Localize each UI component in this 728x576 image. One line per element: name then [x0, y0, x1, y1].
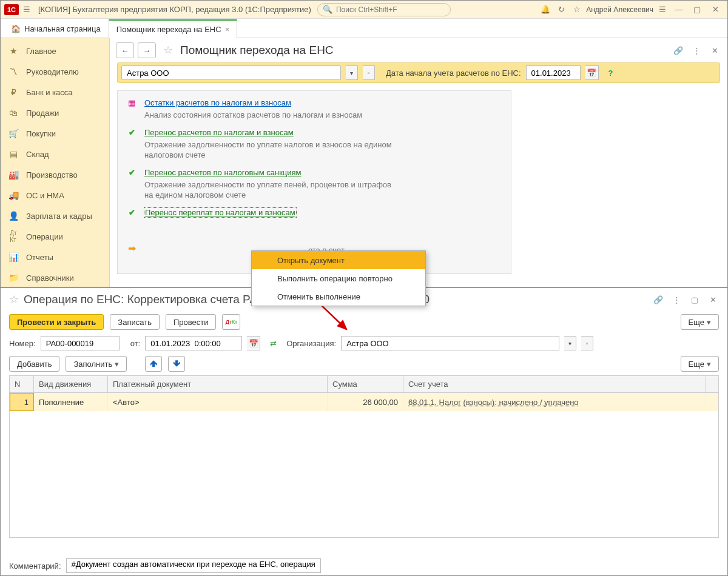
doc-org-dropdown[interactable]: ▾	[564, 336, 576, 350]
col-spacer	[706, 376, 718, 392]
table-row[interactable]: 1 Пополнение <Авто> 26 000,00 68.01.1, Н…	[10, 393, 718, 411]
person-icon: 👤	[8, 211, 19, 221]
ctx-redo[interactable]: Выполнить операцию повторно	[252, 269, 425, 287]
sidebar-item-bank[interactable]: ₽Банк и касса	[1, 82, 109, 102]
link-icon[interactable]: 🔗	[672, 44, 685, 57]
link-icon[interactable]: 🔗	[652, 293, 664, 306]
report-icon: 📊	[8, 252, 19, 262]
user-name[interactable]: Андрей Алексеевич	[586, 5, 653, 14]
menu-icon[interactable]: ☰	[19, 2, 35, 18]
doc-org-input[interactable]	[345, 338, 555, 349]
org-open-button[interactable]: ▫	[363, 65, 375, 80]
minimize-button[interactable]: —	[670, 1, 687, 18]
more-button[interactable]: Еще	[681, 314, 719, 330]
page-close-icon[interactable]: ✕	[708, 44, 721, 57]
sidebar-item-sales[interactable]: 🛍Продажи	[1, 102, 109, 123]
sidebar-item-purchases[interactable]: 🛒Покупки	[1, 123, 109, 144]
org-dropdown-button[interactable]: ▾	[346, 65, 358, 80]
add-button[interactable]: Добавить	[9, 356, 59, 372]
nav-forward-button[interactable]: →	[138, 42, 156, 58]
step-link[interactable]: Перенос расчетов по налоговым санкциям	[144, 168, 302, 177]
sidebar-label: ОС и НМА	[26, 191, 64, 200]
from-input[interactable]	[149, 338, 238, 349]
write-button[interactable]: Записать	[110, 314, 160, 330]
tab-close-icon[interactable]: ×	[225, 25, 230, 34]
step-link[interactable]: Остатки расчетов по налогам и взносам	[144, 98, 291, 107]
sidebar-item-catalogs[interactable]: 📁Справочники	[1, 267, 109, 288]
ctx-open-doc[interactable]: Открыть документ	[252, 251, 425, 269]
sidebar-item-main[interactable]: ★Главное	[1, 41, 109, 61]
global-search[interactable]: 🔍	[317, 3, 451, 16]
star-icon[interactable]: ☆	[569, 2, 585, 18]
nav-back-button[interactable]: ←	[116, 42, 134, 58]
col-kind[interactable]: Вид движения	[34, 376, 108, 392]
ctx-cancel[interactable]: Отменить выполнение	[252, 287, 425, 306]
doc-org-open[interactable]: ▫	[581, 336, 593, 350]
step-link[interactable]: Перенос расчетов по налогам и взносам	[144, 128, 294, 137]
calendar-button[interactable]: 📅	[247, 336, 260, 350]
step-link[interactable]: Перенос переплат по налогам и взносам	[144, 208, 296, 217]
sidebar-item-warehouse[interactable]: ▤Склад	[1, 144, 109, 164]
sidebar-item-reports[interactable]: 📊Отчеты	[1, 247, 109, 267]
filter-bar: ▾ ▫ Дата начала учета расчетов по ЕНС: 📅…	[117, 62, 720, 83]
cell-pay[interactable]: <Авто>	[108, 393, 328, 411]
check-icon: ✔	[126, 128, 137, 137]
bell-icon[interactable]: 🔔	[538, 2, 553, 18]
date-label: Дата начала учета расчетов по ЕНС:	[386, 69, 521, 78]
doc-close-icon[interactable]: ✕	[707, 293, 719, 306]
col-n[interactable]: N	[10, 376, 34, 392]
sidebar-label: Справочники	[26, 273, 74, 283]
cell-acct[interactable]: 68.01.1, Налог (взносы): начислено / упл…	[403, 393, 706, 411]
sidebar-label: Отчеты	[26, 253, 53, 262]
sidebar-item-production[interactable]: 🏭Производство	[1, 164, 109, 185]
sidebar-item-payroll[interactable]: 👤Зарплата и кадры	[1, 206, 109, 226]
post-button[interactable]: Провести	[166, 314, 217, 330]
settings-icon[interactable]: ☰	[655, 2, 670, 18]
col-pay[interactable]: Платежный документ	[108, 376, 328, 392]
sidebar-item-operations[interactable]: ДтКтОперации	[1, 226, 109, 247]
help-icon[interactable]: ?	[608, 69, 613, 78]
sidebar-item-manager[interactable]: 〽Руководителю	[1, 61, 109, 82]
context-menu: Открыть документ Выполнить операцию повт…	[251, 250, 426, 306]
kebab-icon[interactable]: ⋮	[690, 44, 703, 57]
dtkt-button[interactable]: ДтКт	[222, 314, 240, 330]
post-and-close-button[interactable]: Провести и закрыть	[9, 314, 104, 330]
maximize-button[interactable]: ▢	[689, 1, 706, 18]
org-field[interactable]	[121, 65, 341, 80]
sidebar-item-assets[interactable]: 🚚ОС и НМА	[1, 185, 109, 206]
calendar-button[interactable]: 📅	[585, 65, 599, 80]
num-input[interactable]	[45, 338, 115, 349]
row-up-button[interactable]: 🡹	[145, 356, 162, 372]
tab-home-label: Начальная страница	[24, 24, 101, 33]
from-field[interactable]	[145, 336, 242, 350]
history-icon[interactable]: ↻	[553, 2, 569, 18]
favorite-icon[interactable]: ☆	[9, 293, 19, 306]
fill-button[interactable]: Заполнить	[66, 356, 127, 372]
doc-org-field[interactable]	[341, 336, 559, 350]
favorite-icon[interactable]: ☆	[163, 44, 173, 57]
col-sum[interactable]: Сумма	[328, 376, 403, 392]
doc-maximize-icon[interactable]: ▢	[689, 293, 701, 306]
link-doc-icon[interactable]: ⇄	[270, 339, 277, 348]
row-down-button[interactable]: 🡻	[168, 356, 185, 372]
cell-sum[interactable]: 26 000,00	[328, 393, 403, 411]
check-icon: ✔	[126, 168, 137, 177]
close-button[interactable]: ✕	[707, 1, 724, 18]
cell-n[interactable]: 1	[10, 393, 34, 411]
tab-home[interactable]: 🏠 Начальная страница	[3, 19, 109, 38]
col-acct[interactable]: Счет учета	[403, 376, 706, 392]
kebab-icon[interactable]: ⋮	[670, 293, 682, 306]
sidebar-label: Производство	[26, 170, 78, 179]
num-field[interactable]	[41, 336, 120, 350]
date-input[interactable]	[530, 68, 576, 78]
grid-header: N Вид движения Платежный документ Сумма …	[10, 376, 718, 393]
cell-kind[interactable]: Пополнение	[34, 393, 108, 411]
comment-field[interactable]	[66, 558, 321, 573]
tab-ens-helper[interactable]: Помощник перехода на ЕНС ×	[109, 19, 237, 38]
comment-input[interactable]	[70, 559, 317, 569]
grid-more-button[interactable]: Еще	[681, 356, 719, 372]
org-input[interactable]	[126, 68, 337, 78]
cell-acct-link[interactable]: 68.01.1, Налог (взносы): начислено / упл…	[408, 398, 579, 407]
global-search-input[interactable]	[335, 5, 445, 15]
date-field[interactable]	[526, 65, 581, 80]
